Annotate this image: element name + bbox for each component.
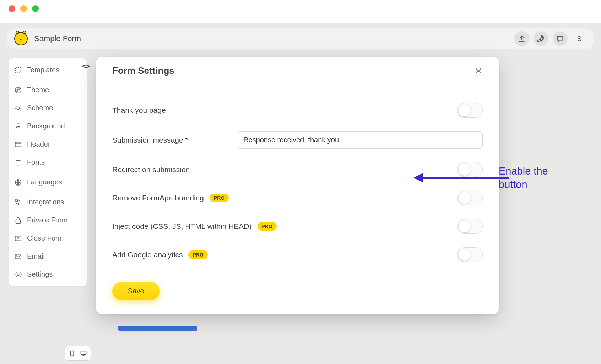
- modal-header: Form Settings: [96, 57, 499, 84]
- sidebar-item-theme[interactable]: Theme: [9, 81, 87, 99]
- pin-icon: [14, 122, 22, 130]
- palette-icon: [14, 86, 22, 94]
- svg-rect-9: [19, 203, 21, 205]
- sidebar-divider: [9, 80, 87, 80]
- feedback-button[interactable]: [553, 31, 568, 46]
- rocket-icon: [537, 35, 545, 43]
- gear-icon: [14, 271, 22, 278]
- upload-icon: [518, 35, 526, 43]
- sidebar-item-label: Header: [27, 140, 50, 148]
- publish-button[interactable]: [534, 31, 548, 46]
- pro-badge: PRO: [210, 194, 229, 202]
- annotation-line2: button: [499, 178, 548, 192]
- mobile-view-button[interactable]: [66, 348, 78, 359]
- device-view-toggle: [65, 346, 91, 361]
- type-icon: [14, 159, 22, 166]
- svg-rect-6: [15, 142, 21, 147]
- form-title[interactable]: Sample Form: [34, 34, 81, 43]
- background-form-stub: [118, 326, 197, 331]
- setting-google-analytics: Add Google analytics PRO: [112, 247, 483, 262]
- window-minimize-dot[interactable]: [20, 5, 27, 12]
- svg-point-13: [17, 274, 19, 276]
- modal-title: Form Settings: [112, 65, 174, 76]
- sidebar-item-close-form[interactable]: Close Form: [9, 229, 87, 247]
- templates-icon: [14, 66, 22, 74]
- sidebar-item-label: Theme: [27, 86, 49, 94]
- setting-thank-you-page: Thank you page: [112, 103, 483, 118]
- sidebar-item-label: Templates: [27, 66, 59, 74]
- top-bar: ᴗ Sample Form S: [7, 28, 594, 49]
- sidebar-divider: [9, 172, 87, 172]
- sidebar-item-fonts[interactable]: Fonts: [9, 153, 87, 171]
- setting-submission-message: Submission message *: [112, 131, 483, 149]
- toggle-thank-you-page[interactable]: [457, 103, 483, 118]
- svg-rect-0: [16, 67, 21, 73]
- sidebar-item-label: Background: [27, 122, 65, 130]
- code-toggle-icon[interactable]: <>: [82, 62, 90, 70]
- sidebar-item-label: Fonts: [27, 158, 45, 166]
- sidebar-item-label: Settings: [27, 270, 53, 278]
- setting-inject-code: Inject code (CSS, JS, HTML within HEAD) …: [112, 219, 483, 234]
- toggle-inject-code[interactable]: [457, 219, 483, 234]
- sidebar-item-integrations[interactable]: Integrations: [9, 193, 87, 211]
- svg-point-3: [19, 89, 20, 89]
- sidebar-divider: [9, 192, 87, 192]
- sidebar-item-label: Private Form: [27, 216, 67, 224]
- modal-body: Thank you page Submission message * Redi…: [96, 84, 499, 314]
- upload-button[interactable]: [514, 31, 529, 46]
- svg-rect-15: [81, 351, 86, 354]
- toggle-redirect-on-submission[interactable]: [457, 162, 483, 177]
- sidebar-wrap: <> Templates Theme Scheme Background Hea…: [9, 58, 87, 286]
- monitor-icon: [80, 350, 87, 357]
- window-controls: [9, 5, 39, 12]
- close-form-icon: [14, 235, 22, 242]
- setting-label: Submission message *: [112, 136, 222, 144]
- annotation-text: Enable the button: [499, 165, 548, 191]
- desktop-view-button[interactable]: [78, 348, 89, 359]
- pro-badge: PRO: [188, 250, 207, 259]
- app-logo[interactable]: ᴗ: [14, 32, 28, 45]
- sidebar-item-private[interactable]: Private Form: [9, 211, 87, 229]
- pro-badge: PRO: [258, 222, 277, 231]
- window-maximize-dot[interactable]: [32, 5, 39, 12]
- modal-close-button[interactable]: [474, 67, 483, 75]
- annotation-line1: Enable the: [499, 165, 548, 178]
- setting-remove-branding: Remove FormApe branding PRO: [112, 191, 483, 205]
- sidebar-item-templates[interactable]: Templates: [9, 61, 87, 79]
- header-icon: [14, 140, 22, 148]
- sun-icon: [14, 104, 22, 112]
- setting-label: Inject code (CSS, JS, HTML within HEAD): [112, 222, 252, 231]
- svg-point-1: [15, 87, 21, 93]
- sidebar-item-label: Scheme: [27, 104, 53, 112]
- svg-point-5: [17, 107, 19, 109]
- toggle-google-analytics[interactable]: [457, 247, 483, 262]
- integrations-icon: [14, 198, 22, 206]
- sidebar-item-background[interactable]: Background: [9, 117, 87, 135]
- top-actions: S: [514, 31, 587, 46]
- sidebar-item-scheme[interactable]: Scheme: [9, 99, 87, 117]
- svg-point-2: [17, 89, 17, 89]
- form-settings-modal: Form Settings Thank you page Submission …: [96, 57, 499, 314]
- save-button[interactable]: Save: [112, 282, 160, 300]
- toggle-remove-branding[interactable]: [457, 191, 483, 205]
- sidebar-item-email[interactable]: Email: [9, 247, 87, 265]
- sidebar-item-languages[interactable]: Languages: [9, 173, 87, 191]
- sidebar: Templates Theme Scheme Background Header…: [9, 58, 87, 286]
- sidebar-item-settings[interactable]: Settings: [9, 265, 87, 283]
- globe-icon: [14, 178, 22, 186]
- setting-label: Add Google analytics: [112, 250, 183, 259]
- sidebar-item-label: Close Form: [27, 234, 64, 242]
- close-icon: [475, 67, 482, 75]
- setting-redirect-on-submission: Redirect on submission: [112, 162, 483, 177]
- sidebar-item-header[interactable]: Header: [9, 135, 87, 153]
- sidebar-item-label: Integrations: [27, 198, 64, 206]
- window-close-dot[interactable]: [9, 5, 15, 12]
- setting-label: Remove FormApe branding: [112, 194, 204, 202]
- submission-message-input[interactable]: [237, 131, 483, 149]
- user-avatar[interactable]: S: [572, 31, 587, 46]
- phone-icon: [69, 350, 76, 357]
- setting-label: Redirect on submission: [112, 165, 190, 174]
- sidebar-item-label: Email: [27, 252, 45, 260]
- lock-icon: [14, 216, 22, 224]
- sidebar-item-label: Languages: [27, 178, 62, 186]
